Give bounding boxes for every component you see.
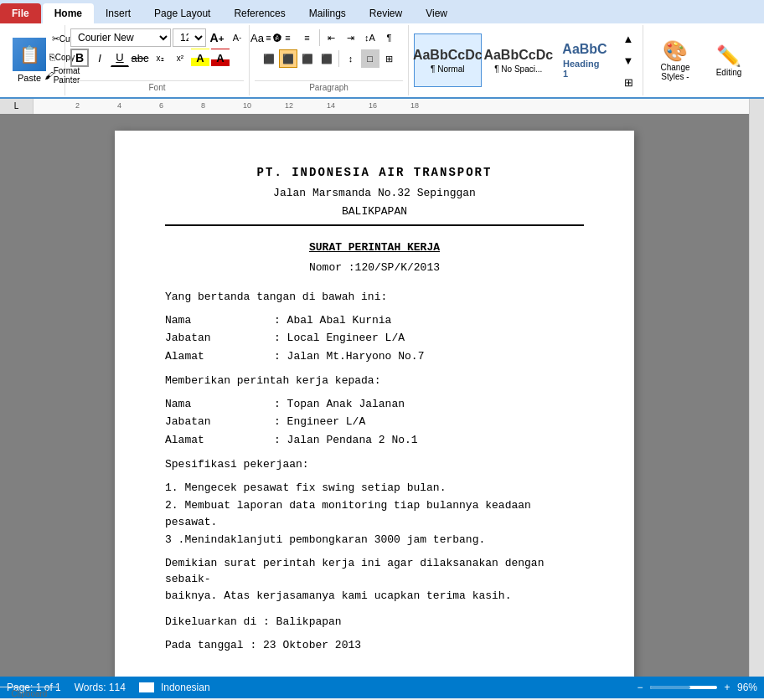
receiver-jabatan-row: Jabatan : Engineer L/A — [165, 414, 584, 430]
footer-company: PT. INDONESIA AIR TRANSPORT — [165, 673, 584, 677]
italic-button[interactable]: I — [90, 49, 109, 67]
editing-icon: ✏️ — [716, 44, 741, 68]
receiver-nama-value: : Topan Anak Jalanan — [274, 396, 584, 413]
paragraph-group: ≡ ≡ ≡ ⇤ ⇥ ↕A ¶ ⬛ ⬛ ⬛ ⬛ ↕ □ ⊞ Paragraph — [250, 25, 409, 95]
styles-scroll-down[interactable]: ▼ — [619, 51, 638, 69]
justify-button[interactable]: ⬛ — [317, 49, 336, 68]
style-normal-preview: AaBbCcDc — [413, 48, 483, 63]
sort-button[interactable]: ↕A — [361, 28, 379, 47]
tab-references[interactable]: References — [222, 3, 297, 23]
opening-line: Yang bertanda tangan di bawah ini: — [165, 289, 584, 306]
font-row-2: B I U abc x₂ x² A A — [70, 49, 230, 67]
status-bar: Page: 1 of 1 Words: 114 Indonesian − + 9… — [0, 677, 764, 698]
font-color-button[interactable]: A — [211, 49, 230, 67]
ruler-right — [749, 99, 764, 114]
decrease-indent-button[interactable]: ⇤ — [323, 28, 341, 47]
document-page: PT. INDONESIA AIR TRANSPORT Jalan Marsma… — [115, 131, 634, 677]
ruler: L 2 4 6 8 10 12 14 16 18 — [0, 99, 764, 114]
font-group: Courier New 12 A+ A- Aa 🅐 B I U abc x₂ x… — [65, 25, 250, 95]
bullets-button[interactable]: ≡ — [260, 28, 278, 47]
style-no-spacing-preview: AaBbCcDc — [483, 48, 553, 63]
side-ruler — [749, 114, 764, 677]
document-area: PT. INDONESIA AIR TRANSPORT Jalan Marsma… — [0, 114, 764, 677]
superscript-button[interactable]: x² — [171, 49, 189, 67]
spec-item-3: 3 .Menindaklanjuti pembongkaran 3000 jam… — [165, 532, 584, 548]
ribbon-tab-bar: File Home Insert Page Layout References … — [0, 0, 764, 23]
paste-button[interactable]: 📋 Paste — [8, 28, 50, 92]
sender-alamat-value: : Jalan Mt.Haryono No.7 — [274, 348, 584, 365]
borders-button[interactable]: ⊞ — [380, 49, 399, 68]
header-divider — [165, 224, 584, 226]
tab-insert[interactable]: Insert — [94, 3, 142, 23]
sender-jabatan-value: : Local Engineer L/A — [274, 330, 584, 347]
underline-button[interactable]: U — [111, 49, 129, 67]
tab-file[interactable]: File — [0, 3, 41, 23]
sender-alamat-row: Alamat : Jalan Mt.Haryono No.7 — [165, 348, 584, 365]
align-left-button[interactable]: ⬛ — [260, 49, 278, 68]
sender-nama-label: Nama — [165, 312, 249, 329]
receiver-alamat-row: Alamat : Jalan Pendana 2 No.1 — [165, 432, 584, 449]
font-grow-button[interactable]: A+ — [208, 28, 226, 47]
tab-page-layout[interactable]: Page Layout — [142, 3, 222, 23]
company-title: PT. INDONESIA AIR TRANSPORT — [165, 164, 584, 182]
font-size-select[interactable]: 12 — [173, 28, 206, 47]
style-no-spacing-label: ¶ No Spaci... — [494, 64, 542, 74]
surat-title: SURAT PERINTAH KERJA — [165, 239, 584, 256]
style-normal-label: ¶ Normal — [431, 64, 464, 74]
change-styles-icon: 🎨 — [663, 39, 688, 63]
shading-button[interactable]: □ — [361, 49, 379, 68]
tab-mailings[interactable]: Mailings — [297, 3, 358, 23]
font-shrink-button[interactable]: A- — [228, 28, 246, 47]
ruler-corner: L — [0, 99, 34, 114]
ribbon: 📋 Paste ✂ Cut ⎘ Copy 🖌 Format Painter Cl… — [0, 23, 764, 99]
style-heading1[interactable]: AaBbC Heading 1 — [555, 33, 614, 87]
nomor: Nomor :120/SP/K/2013 — [165, 260, 584, 276]
zoom-in-button[interactable]: + — [720, 682, 734, 693]
font-name-select[interactable]: Courier New — [70, 28, 171, 47]
zoom-controls: − + 96% — [633, 682, 757, 693]
style-normal[interactable]: AaBbCcDc ¶ Normal — [414, 33, 482, 87]
text-highlight-button[interactable]: A — [191, 49, 209, 67]
paste-label: Paste — [18, 73, 41, 83]
sender-jabatan-label: Jabatan — [165, 330, 249, 347]
styles-scroll-up[interactable]: ▲ — [619, 29, 638, 48]
language-indicator[interactable]: Indonesian — [139, 682, 210, 693]
sender-alamat-label: Alamat — [165, 348, 249, 365]
change-styles-button[interactable]: 🎨 Change Styles - — [650, 31, 700, 90]
sender-jabatan-row: Jabatan : Local Engineer L/A — [165, 330, 584, 347]
document-scroll[interactable]: PT. INDONESIA AIR TRANSPORT Jalan Marsma… — [0, 114, 749, 677]
spec-item-1: 1. Mengecek pesawat fix swing setiap bul… — [165, 480, 584, 497]
action-group: 🎨 Change Styles - ✏️ Editing — [643, 25, 761, 95]
font-group-label: Font — [70, 80, 244, 92]
dikeluarkan: Dikeluarkan di : Balikpapan — [165, 614, 584, 631]
tab-view[interactable]: View — [414, 3, 459, 23]
closing-para: Demikian surat perintah kerja ini agar d… — [165, 555, 584, 605]
command-line: Memberikan perintah kerja kepada: — [165, 373, 584, 389]
align-right-button[interactable]: ⬛ — [298, 49, 317, 68]
tab-home[interactable]: Home — [43, 3, 94, 23]
receiver-alamat-value: : Jalan Pendana 2 No.1 — [274, 432, 584, 449]
clipboard-label: Clipboard — [0, 687, 59, 698]
align-center-button[interactable]: ⬛ — [279, 49, 297, 68]
multilevel-button[interactable]: ≡ — [298, 28, 317, 47]
receiver-jabatan-value: : Engineer L/A — [274, 414, 584, 430]
receiver-nama-row: Nama : Topan Anak Jalanan — [165, 396, 584, 413]
editing-button[interactable]: ✏️ Editing — [704, 31, 754, 90]
show-formatting-button[interactable]: ¶ — [380, 28, 399, 47]
styles-expand[interactable]: ⊞ — [619, 73, 638, 91]
style-no-spacing[interactable]: AaBbCcDc ¶ No Spaci... — [485, 33, 553, 87]
language-flag — [139, 682, 154, 692]
increase-indent-button[interactable]: ⇥ — [342, 28, 360, 47]
zoom-out-button[interactable]: − — [633, 682, 647, 693]
tab-review[interactable]: Review — [358, 3, 414, 23]
spec-list: 1. Mengecek pesawat fix swing setiap bul… — [165, 480, 584, 548]
bold-button[interactable]: B — [70, 49, 89, 67]
receiver-alamat-label: Alamat — [165, 432, 249, 449]
zoom-slider[interactable] — [650, 686, 717, 689]
line-spacing-button[interactable]: ↕ — [342, 49, 360, 68]
style-heading1-preview: AaBbC — [562, 42, 607, 57]
subscript-button[interactable]: x₂ — [151, 49, 169, 67]
numbering-button[interactable]: ≡ — [279, 28, 297, 47]
strikethrough-button[interactable]: abc — [131, 49, 149, 67]
style-heading1-label: Heading 1 — [563, 59, 607, 79]
